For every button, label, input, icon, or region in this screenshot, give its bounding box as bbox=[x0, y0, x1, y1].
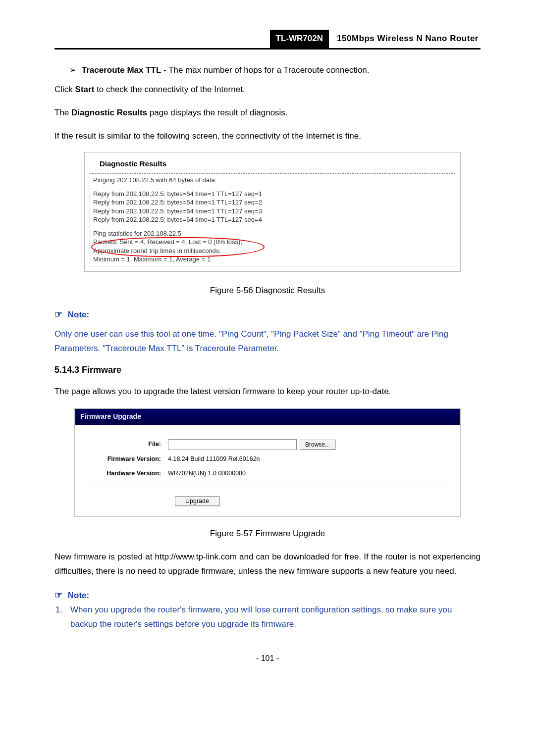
ping-reply-line: Reply from 202.108.22.5: bytes=64 time=1… bbox=[93, 190, 452, 199]
page-header: TL-WR702N 150Mbps Wireless N Nano Router bbox=[54, 30, 481, 50]
figure-caption-56: Figure 5-56 Diagnostic Results bbox=[54, 284, 481, 298]
file-input[interactable] bbox=[168, 439, 297, 450]
paragraph-diag-results: The Diagnostic Results page displays the… bbox=[54, 106, 481, 120]
note-item-1: 1. When you upgrade the router's firmwar… bbox=[55, 603, 481, 632]
firmware-version-label: Firmware Version: bbox=[84, 454, 168, 464]
note-number: 1. bbox=[55, 603, 70, 632]
hardware-version-value: WR702N(UN) 1.0 00000000 bbox=[168, 468, 246, 479]
diagnostic-results-output: Pinging 202.108.22.5 with 64 bytes of da… bbox=[90, 173, 455, 266]
ping-approx-line: Approximate round trip times in millisec… bbox=[93, 247, 452, 255]
pointing-hand-icon: ☞ bbox=[54, 309, 62, 319]
hardware-version-label: Hardware Version: bbox=[84, 468, 168, 479]
ping-reply-line: Reply from 202.108.22.5: bytes=64 time=1… bbox=[93, 207, 452, 216]
diagnostic-results-panel: Diagnostic Results Pinging 202.108.22.5 … bbox=[84, 152, 461, 271]
section-firmware-heading: 5.14.3 Firmware bbox=[54, 362, 481, 378]
model-description: 150Mbps Wireless N Nano Router bbox=[329, 30, 481, 48]
note-label-1: ☞ Note: bbox=[54, 307, 481, 322]
traceroute-label: Traceroute Max TTL - bbox=[82, 65, 168, 75]
traceroute-bullet: ➢ Traceroute Max TTL - The max number of… bbox=[69, 63, 481, 78]
ping-minmax-line: Minimum = 1, Maximum = 1, Average = 1 bbox=[93, 255, 452, 264]
firmware-upgrade-panel: Firmware Upgrade File: Browse... Firmwar… bbox=[74, 408, 461, 517]
firmware-upgrade-title: Firmware Upgrade bbox=[75, 408, 460, 425]
figure-caption-57: Figure 5-57 Firmware Upgrade bbox=[54, 527, 481, 541]
pointing-hand-icon: ☞ bbox=[54, 590, 62, 600]
ping-packets-line: Packets: Sent = 4, Received = 4, Lost = … bbox=[93, 238, 452, 247]
paragraph-similar: If the result is similar to the followin… bbox=[54, 129, 481, 144]
paragraph-firmware-intro: The page allows you to upgrade the lates… bbox=[54, 385, 481, 399]
note-body-1: Only one user can use this tool at one t… bbox=[54, 327, 481, 356]
page-number: - 101 - bbox=[54, 652, 481, 665]
traceroute-desc: The max number of hops for a Traceroute … bbox=[168, 65, 369, 75]
upgrade-button[interactable]: Upgrade bbox=[175, 496, 219, 506]
paragraph-start: Click Start to check the connectivity of… bbox=[54, 83, 481, 97]
firmware-version-value: 4.18.24 Build 111009 Rel.60162n bbox=[168, 454, 260, 464]
ping-header-line: Pinging 202.108.22.5 with 64 bytes of da… bbox=[93, 176, 452, 185]
note-label-2: ☞ Note: bbox=[54, 588, 481, 603]
model-number: TL-WR702N bbox=[270, 30, 329, 48]
ping-reply-line: Reply from 202.108.22.5: bytes=64 time=1… bbox=[93, 198, 452, 207]
ping-stats-header: Ping statistics for 202.108.22.5 bbox=[93, 229, 452, 238]
file-label: File: bbox=[84, 439, 168, 450]
paragraph-new-firmware: New firmware is posted at http://www.tp-… bbox=[54, 550, 481, 579]
ping-reply-line: Reply from 202.108.22.5: bytes=64 time=1… bbox=[93, 215, 452, 224]
diagnostic-results-title: Diagnostic Results bbox=[89, 156, 456, 172]
browse-button[interactable]: Browse... bbox=[300, 440, 335, 450]
bullet-arrow-icon: ➢ bbox=[69, 63, 79, 78]
note-text: When you upgrade the router's firmware, … bbox=[70, 603, 481, 632]
